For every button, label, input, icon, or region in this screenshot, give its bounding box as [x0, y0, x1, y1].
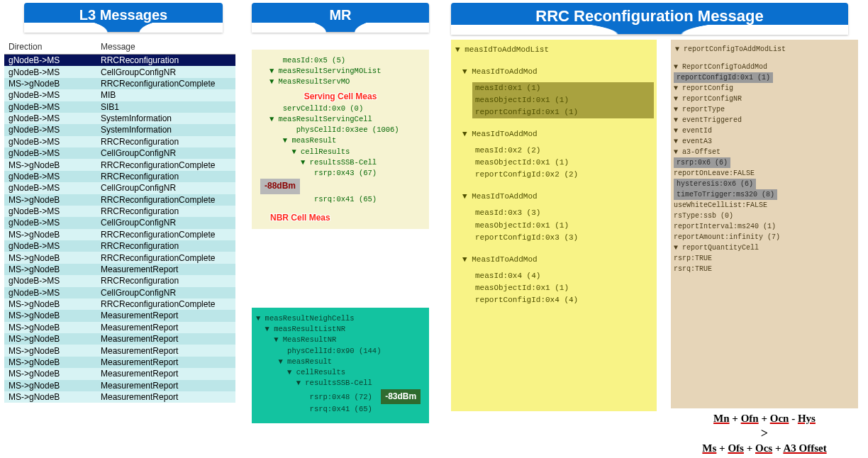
tree-line: reportConfigId:0x1 (1): [674, 72, 857, 83]
mr-neighbor-panel: ▼ measResultNeighCells ▼ measResultListN…: [252, 308, 429, 423]
tree-line: ▼ measResult: [256, 135, 425, 146]
measid-row: measObjectId:0x1 (1): [454, 282, 654, 294]
serving-cell-meas-label: Serving Cell Meas: [304, 91, 377, 101]
tree-line: timeToTrigger:ms320 (8): [674, 189, 857, 200]
tree-line: ▼ reportConfigNR: [674, 94, 857, 104]
measid-block-head: ▼ MeasIdToAddMod: [454, 66, 654, 78]
a3-event-formula: Mn + Ofn + Ocn - Hys > Ms + Ofs + Ocs + …: [671, 413, 858, 454]
banner-rrc: RRC Reconfiguration Message: [451, 3, 848, 34]
measid-row: reportConfigId:0x4 (4): [454, 294, 654, 306]
measid-row: measId:0x3 (3): [454, 207, 654, 219]
table-row[interactable]: MS->gNodeBMeasurementReport: [4, 380, 235, 391]
table-row[interactable]: MS->gNodeBMeasurementReport: [4, 391, 235, 403]
tree-line: ▼ resultsSSB-Cell: [256, 378, 425, 389]
rrc-reportconfig-panel: ▼ reportConfigToAddModList ▼ ReportConfi…: [671, 40, 858, 408]
tree-line: ▼ MeasResultNR: [256, 335, 425, 345]
serving-rsrp-badge: -88dBm: [260, 179, 300, 194]
tree-line: physCellId:0x3ee (1006): [256, 125, 425, 135]
table-row[interactable]: MS->gNodeBMeasurementReport: [4, 333, 235, 345]
rrc-measid-panel: ▼ measIdToAddModList ▼ MeasIdToAddModmea…: [451, 40, 657, 411]
measid-row: measId:0x1 (1): [472, 82, 654, 94]
table-row[interactable]: gNodeB->MSMIB: [4, 89, 235, 101]
table-row[interactable]: MS->gNodeBMeasurementReport: [4, 357, 235, 368]
tree-line: useWhiteCellList:FALSE: [674, 200, 857, 211]
banner-mr: MR: [252, 3, 429, 32]
serving-rsrp: rsrp:0x43 (67): [256, 169, 377, 177]
table-row[interactable]: MS->gNodeBMeasurementReport: [4, 322, 235, 333]
table-row[interactable]: gNodeB->MSCellGroupConfigNR: [4, 66, 235, 77]
table-row[interactable]: MS->gNodeBRRCReconfigurationComplete: [4, 298, 235, 310]
tree-line: ▼ eventTriggered: [674, 115, 857, 125]
rrc-reportcfg-title: ▼ reportConfigToAddModList: [674, 44, 857, 55]
tree-line: physCellId:0x90 (144): [256, 346, 425, 357]
table-row[interactable]: gNodeB->MSSystemInformation: [4, 113, 235, 124]
tree-line: rsrp:0x6 (6): [674, 157, 857, 168]
table-row[interactable]: gNodeB->MSRRCReconfiguration: [4, 171, 235, 182]
table-row[interactable]: gNodeB->MSRRCReconfiguration: [4, 55, 235, 67]
tree-line: ▼ eventA3: [674, 136, 857, 147]
table-row[interactable]: MS->gNodeBMeasurementReport: [4, 310, 235, 321]
tree-line: reportAmount:infinity (7): [674, 232, 857, 242]
l3-col-direction: Direction: [4, 40, 96, 55]
tree-line: ▼ reportConfig: [674, 83, 857, 94]
l3-messages-table: Direction Message gNodeB->MSRRCReconfigu…: [4, 40, 235, 403]
measid-block-head: ▼ MeasIdToAddMod: [454, 191, 654, 203]
nbr-rsrp-badge: -83dBm: [381, 389, 421, 404]
tree-line: rsType:ssb (0): [674, 211, 857, 221]
table-row[interactable]: MS->gNodeBRRCReconfigurationComplete: [4, 252, 235, 263]
tree-line: servCellId:0x0 (0): [256, 104, 425, 114]
banner-l3: L3 Messages: [24, 3, 223, 32]
table-row[interactable]: MS->gNodeBRRCReconfigurationComplete: [4, 159, 235, 170]
table-row[interactable]: gNodeB->MSRRCReconfiguration: [4, 275, 235, 286]
measid-row: measObjectId:0x1 (1): [454, 157, 654, 169]
measid-row: reportConfigId:0x1 (1): [472, 106, 654, 118]
nbr-cell-meas-label: NBR Cell Meas: [270, 213, 330, 223]
tree-line: ▼ eventId: [674, 125, 857, 136]
tree-line: ▼ resultsSSB-Cell: [256, 157, 425, 168]
tree-line: ▼ measResult: [256, 357, 425, 367]
measid-row: reportConfigId:0x2 (2): [454, 169, 654, 181]
measid-row: measObjectId:0x1 (1): [454, 220, 654, 232]
table-row[interactable]: gNodeB->MSRRCReconfiguration: [4, 206, 235, 217]
measid-row: measObjectId:0x1 (1): [472, 94, 654, 106]
table-row[interactable]: MS->gNodeBRRCReconfigurationComplete: [4, 229, 235, 240]
measid-row: measId:0x4 (4): [454, 270, 654, 282]
table-row[interactable]: gNodeB->MSCellGroupConfigNR: [4, 217, 235, 228]
measid-row: reportConfigId:0x3 (3): [454, 232, 654, 244]
table-row[interactable]: gNodeB->MSSystemInformation: [4, 124, 235, 135]
tree-line: rsrp:TRUE: [674, 253, 857, 264]
table-row[interactable]: gNodeB->MSCellGroupConfigNR: [4, 182, 235, 194]
table-row[interactable]: MS->gNodeBMeasurementReport: [4, 345, 235, 356]
table-row[interactable]: MS->gNodeBMeasurementReport: [4, 264, 235, 275]
l3-col-message: Message: [96, 40, 235, 55]
tree-line: ▼ reportType: [674, 104, 857, 115]
table-row[interactable]: gNodeB->MSRRCReconfiguration: [4, 136, 235, 147]
tree-line: measId:0x5 (5): [256, 55, 425, 66]
measid-row: measId:0x2 (2): [454, 145, 654, 157]
tree-line: ▼ measResultNeighCells: [256, 313, 425, 324]
table-row[interactable]: MS->gNodeBRRCReconfigurationComplete: [4, 78, 235, 89]
table-row[interactable]: gNodeB->MSCellGroupConfigNR: [4, 287, 235, 298]
table-row[interactable]: MS->gNodeBRRCReconfigurationComplete: [4, 194, 235, 206]
tree-line: rsrq:TRUE: [674, 264, 857, 274]
tree-line: reportOnLeave:FALSE: [674, 168, 857, 179]
rrc-measid-title: ▼ measIdToAddModList: [454, 44, 654, 56]
tree-line: ▼ ReportConfigToAddMod: [674, 62, 857, 72]
tree-line: ▼ cellResults: [256, 147, 425, 157]
tree-line: ▼ measResultServingCell: [256, 114, 425, 125]
serving-rsrq: rsrq:0x41 (65): [256, 195, 377, 203]
table-row[interactable]: gNodeB->MSSIB1: [4, 101, 235, 113]
measid-block-head: ▼ MeasIdToAddMod: [454, 128, 654, 140]
nbr-rsrp: rsrp:0x48 (72): [256, 393, 372, 401]
mr-serving-panel: measId:0x5 (5) ▼ measResultServingMOList…: [252, 50, 429, 229]
table-row[interactable]: MS->gNodeBMeasurementReport: [4, 368, 235, 379]
tree-line: ▼ measResultListNR: [256, 324, 425, 335]
measid-block-head: ▼ MeasIdToAddMod: [454, 254, 654, 266]
table-row[interactable]: gNodeB->MSCellGroupConfigNR: [4, 147, 235, 159]
tree-line: ▼ cellResults: [256, 367, 425, 378]
tree-line: ▼ a3-Offset: [674, 147, 857, 157]
tree-line: ▼ reportQuantityCell: [674, 242, 857, 253]
tree-line: hysteresis:0x6 (6): [674, 179, 857, 189]
tree-line: reportInterval:ms240 (1): [674, 221, 857, 232]
table-row[interactable]: gNodeB->MSRRCReconfiguration: [4, 240, 235, 252]
